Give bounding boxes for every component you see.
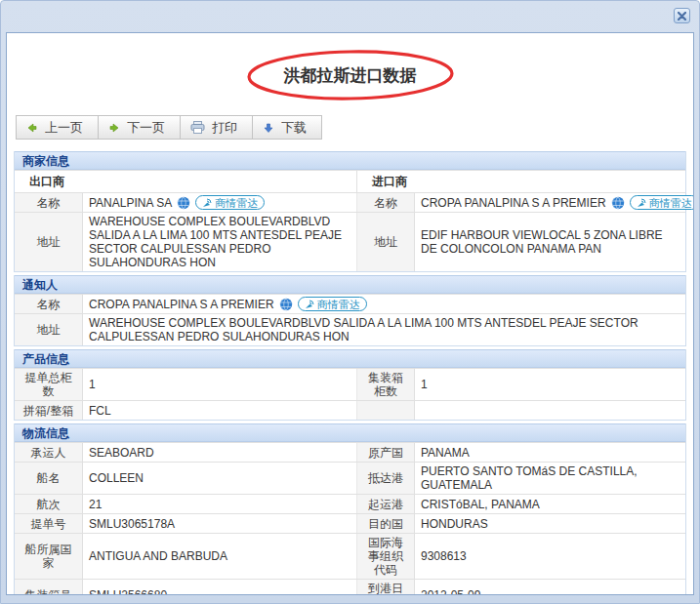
exporter-name-label: 名称	[15, 193, 83, 212]
exporter-header: 出口商	[15, 171, 357, 192]
section-notify-header: 通知人	[15, 275, 685, 294]
logistics-row-vessel: 船名 COLLEEN 抵达港 PUERTO SANTO TOMáS DE CAS…	[15, 462, 685, 494]
section-notify: 通知人 名称 CROPA PANALPINA S A PREMIER 商情雷达	[14, 275, 686, 346]
departure-port-value: CRISTóBAL, PANAMA	[415, 495, 685, 513]
lcl-fcl-value: FCL	[83, 401, 357, 420]
exporter-name-value: PANALPINA SA	[89, 196, 172, 210]
container-number-value: SMLU2566680	[83, 580, 357, 595]
print-button[interactable]: 打印	[180, 115, 253, 140]
vessel-name-label: 船名	[15, 463, 83, 494]
lcl-fcl-label: 拼箱/整箱	[15, 401, 83, 420]
download-button[interactable]: 下载	[252, 115, 322, 140]
importer-header: 进口商	[357, 171, 685, 192]
prev-page-button[interactable]: 上一页	[16, 115, 99, 140]
radar-icon	[202, 198, 212, 208]
logistics-row-flag: 船所属国家 ANTIGUA AND BARBUDA 国际海事组织代码 93086…	[15, 533, 685, 579]
prev-page-label: 上一页	[45, 119, 83, 137]
vessel-name-value: COLLEEN	[83, 463, 357, 494]
arrival-port-label: 抵达港	[357, 463, 415, 494]
carrier-label: 承运人	[15, 443, 83, 462]
globe-icon[interactable]	[177, 196, 190, 210]
destination-country-value: HONDURAS	[415, 514, 685, 533]
imo-code-label: 国际海事组织代码	[357, 534, 415, 579]
container-count-value: 1	[415, 369, 685, 400]
section-product-header: 产品信息	[15, 349, 685, 368]
arrow-down-icon	[263, 122, 274, 134]
voyage-label: 航次	[15, 495, 83, 513]
carrier-value: SEABOARD	[83, 443, 357, 462]
importer-address-label: 地址	[357, 213, 415, 271]
close-button[interactable]	[674, 8, 690, 23]
importer-name-value: CROPA PANALPINA S A PREMIER	[421, 196, 606, 210]
section-merchant: 商家信息 出口商 进口商 名称 PANALPINA SA	[14, 151, 686, 272]
download-label: 下载	[281, 119, 307, 137]
dialog-content: 洪都拉斯进口数据 上一页 下一页	[6, 32, 694, 595]
importer-name-label: 名称	[357, 193, 415, 212]
business-radar-badge[interactable]: 商情雷达	[630, 195, 694, 210]
destination-country-label: 目的国	[357, 514, 415, 533]
section-merchant-header: 商家信息	[15, 151, 685, 170]
importer-address-value: EDIF HARBOUR VIEWLOCAL 5 ZONA LIBRE DE C…	[415, 213, 685, 271]
exporter-name-cell: PANALPINA SA 商情雷达	[83, 193, 357, 212]
empty-value-cell	[415, 401, 685, 420]
voyage-value: 21	[83, 495, 357, 513]
vessel-flag-label: 船所属国家	[15, 534, 83, 579]
notify-name-cell: CROPA PANALPINA S A PREMIER 商情雷达	[83, 295, 685, 313]
radar-icon	[637, 198, 646, 208]
section-logistics: 物流信息 承运人 SEABOARD 原产国 PANAMA 船名 COLLEEN …	[14, 423, 686, 595]
detail-sections: 商家信息 出口商 进口商 名称 PANALPINA SA	[14, 151, 686, 595]
toolbar: 上一页 下一页 打印	[16, 115, 693, 140]
importer-name-cell: CROPA PANALPINA S A PREMIER 商情雷达	[415, 193, 694, 212]
title-area: 洪都拉斯进口数据	[7, 45, 693, 105]
vessel-flag-value: ANTIGUA AND BARBUDA	[83, 534, 357, 579]
product-row-2: 拼箱/整箱 FCL	[15, 400, 685, 420]
close-icon	[678, 12, 686, 20]
bl-container-count-label: 提单总柜数	[15, 369, 83, 400]
merchant-subheader-row: 出口商 进口商	[15, 170, 685, 192]
bl-number-value: SMLU3065178A	[83, 514, 357, 533]
next-page-button[interactable]: 下一页	[98, 115, 181, 140]
exporter-address-value: WAREHOUSE COMPLEX BOULEVARDBLVD SALIDA A…	[83, 213, 357, 271]
dialog-titlebar	[1, 1, 699, 32]
globe-icon[interactable]	[279, 298, 293, 311]
origin-country-label: 原产国	[357, 443, 415, 462]
exporter-address-label: 地址	[15, 213, 83, 271]
arrival-date-label: 到港日期	[357, 580, 415, 595]
notify-name-label: 名称	[15, 295, 83, 313]
business-radar-label: 商情雷达	[649, 196, 692, 210]
arrival-date-value: 2012-05-09	[415, 580, 685, 595]
business-radar-badge[interactable]: 商情雷达	[298, 297, 367, 311]
dialog-window: 洪都拉斯进口数据 上一页 下一页	[0, 0, 700, 604]
print-label: 打印	[212, 119, 237, 137]
globe-icon[interactable]	[611, 196, 625, 210]
bl-number-label: 提单号	[15, 514, 83, 533]
business-radar-label: 商情雷达	[215, 196, 258, 210]
imo-code-value: 9308613	[415, 534, 685, 579]
business-radar-badge[interactable]: 商情雷达	[195, 195, 265, 210]
notify-name-value: CROPA PANALPINA S A PREMIER	[89, 298, 274, 311]
page-title: 洪都拉斯进口数据	[284, 64, 417, 87]
departure-port-label: 起运港	[357, 495, 415, 513]
section-product: 产品信息 提单总柜数 1 集装箱柜数 1 拼箱/整箱 FCL	[14, 349, 686, 421]
container-number-label: 集装箱号	[15, 580, 83, 595]
next-page-label: 下一页	[127, 119, 165, 137]
merchant-address-row: 地址 WAREHOUSE COMPLEX BOULEVARDBLVD SALID…	[15, 212, 685, 271]
origin-country-value: PANAMA	[415, 443, 685, 462]
section-logistics-header: 物流信息	[15, 423, 685, 442]
logistics-row-voyage: 航次 21 起运港 CRISTóBAL, PANAMA	[15, 494, 685, 513]
notify-address-value: WAREHOUSE COMPLEX BOULEVARDBLVD SALIDA A…	[83, 314, 685, 345]
container-count-label: 集装箱柜数	[357, 369, 415, 400]
radar-icon	[305, 300, 314, 309]
notify-name-row: 名称 CROPA PANALPINA S A PREMIER 商情雷达	[15, 294, 685, 313]
logistics-row-bl: 提单号 SMLU3065178A 目的国 HONDURAS	[15, 513, 685, 533]
printer-icon	[190, 121, 205, 134]
arrival-port-value: PUERTO SANTO TOMáS DE CASTILLA, GUATEMAL…	[415, 463, 685, 494]
notify-address-row: 地址 WAREHOUSE COMPLEX BOULEVARDBLVD SALID…	[15, 313, 685, 345]
notify-address-label: 地址	[15, 314, 83, 345]
product-row-1: 提单总柜数 1 集装箱柜数 1	[15, 368, 685, 400]
business-radar-label: 商情雷达	[317, 298, 360, 311]
arrow-left-icon	[26, 122, 38, 134]
merchant-name-row: 名称 PANALPINA SA 商情雷达 名称	[15, 192, 685, 212]
empty-label-cell	[357, 401, 415, 420]
logistics-row-container: 集装箱号 SMLU2566680 到港日期 2012-05-09	[15, 579, 685, 595]
